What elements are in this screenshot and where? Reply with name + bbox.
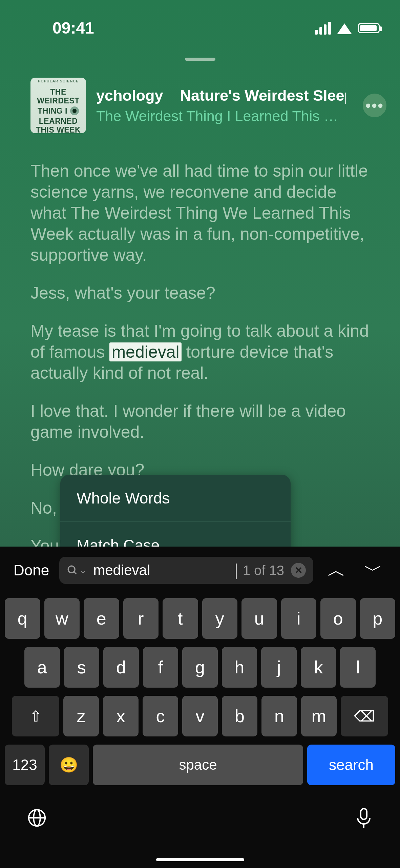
clear-icon[interactable]: ✕ xyxy=(291,563,306,578)
wifi-icon xyxy=(337,23,352,34)
option-whole-words[interactable]: Whole Words xyxy=(60,475,291,521)
more-button[interactable]: ••• xyxy=(363,94,386,117)
backspace-key[interactable]: ⌫ xyxy=(341,696,388,736)
svg-point-0 xyxy=(68,566,75,573)
transcript-line[interactable]: Jess, what's your tease? xyxy=(30,282,370,303)
status-indicators xyxy=(315,22,380,35)
mic-icon[interactable] xyxy=(355,807,373,833)
chevron-down-icon[interactable]: ⌄ xyxy=(80,566,86,575)
sheet-grabber[interactable] xyxy=(185,58,215,61)
search-field[interactable]: ⌄ medieval 1 of 13 ✕ xyxy=(59,557,313,584)
svg-rect-5 xyxy=(361,809,367,820)
emoji-key[interactable]: 😀 xyxy=(49,745,89,785)
key-o[interactable]: o xyxy=(320,598,356,639)
numbers-key[interactable]: 123 xyxy=(5,745,45,785)
key-n[interactable]: n xyxy=(261,696,297,736)
cover-tag: POPULAR SCIENCE xyxy=(38,77,79,85)
done-button[interactable]: Done xyxy=(14,562,49,579)
status-time: 09:41 xyxy=(52,19,94,37)
key-y[interactable]: y xyxy=(202,598,238,639)
key-z[interactable]: z xyxy=(63,696,99,736)
search-input[interactable]: medieval xyxy=(93,562,236,578)
key-w[interactable]: w xyxy=(44,598,80,639)
key-v[interactable]: v xyxy=(182,696,218,736)
key-p[interactable]: p xyxy=(360,598,396,639)
key-g[interactable]: g xyxy=(182,647,218,688)
cellular-icon xyxy=(315,22,331,35)
key-x[interactable]: x xyxy=(103,696,139,736)
key-f[interactable]: f xyxy=(143,647,178,688)
key-u[interactable]: u xyxy=(241,598,277,639)
transcript-line[interactable]: My tease is that I'm going to talk about… xyxy=(30,320,370,383)
key-j[interactable]: j xyxy=(261,647,297,688)
result-count: 1 of 13 xyxy=(243,563,284,578)
episode-title: ychology Nature's Weirdest Sleep E xyxy=(96,87,346,104)
show-name[interactable]: The Weirdest Thing I Learned This Wee xyxy=(96,108,346,124)
episode-titles: ychology Nature's Weirdest Sleep E The W… xyxy=(96,87,346,124)
key-h[interactable]: h xyxy=(222,647,257,688)
key-b[interactable]: b xyxy=(222,696,257,736)
home-indicator[interactable] xyxy=(156,858,244,861)
key-q[interactable]: q xyxy=(5,598,40,639)
status-bar: 09:41 xyxy=(0,0,400,37)
eye-icon xyxy=(70,106,79,115)
shift-key[interactable]: ⇧ xyxy=(12,696,59,736)
key-m[interactable]: m xyxy=(301,696,337,736)
keyboard: qwertyuiop asdfghjkl ⇧ zxcvbnm ⌫ 123 😀 s… xyxy=(0,594,400,785)
transcript-screen: 09:41 POPULAR SCIENCE THE WEIRDEST THING… xyxy=(0,0,400,547)
svg-line-1 xyxy=(74,572,76,574)
next-result[interactable]: ﹀ xyxy=(360,558,386,583)
key-s[interactable]: s xyxy=(64,647,100,688)
space-key[interactable]: space xyxy=(93,745,303,785)
key-e[interactable]: e xyxy=(84,598,119,639)
key-r[interactable]: r xyxy=(123,598,159,639)
key-t[interactable]: t xyxy=(163,598,198,639)
transcript-line[interactable]: Then once we've all had time to spin our… xyxy=(30,160,370,265)
key-d[interactable]: d xyxy=(103,647,139,688)
battery-icon xyxy=(358,23,380,33)
key-k[interactable]: k xyxy=(301,647,336,688)
key-i[interactable]: i xyxy=(281,598,317,639)
key-l[interactable]: l xyxy=(340,647,376,688)
search-key[interactable]: search xyxy=(307,745,395,785)
key-a[interactable]: a xyxy=(24,647,60,688)
transcript-line[interactable]: I love that. I wonder if there will be a… xyxy=(30,400,370,442)
episode-header: POPULAR SCIENCE THE WEIRDEST THING I LEA… xyxy=(0,61,400,133)
prev-result[interactable]: ︿ xyxy=(323,558,350,583)
podcast-cover[interactable]: POPULAR SCIENCE THE WEIRDEST THING I LEA… xyxy=(30,78,86,133)
search-highlight[interactable]: medieval xyxy=(109,342,181,361)
keyboard-toolbar xyxy=(0,793,400,833)
search-bar-row: Done ⌄ medieval 1 of 13 ✕ ︿ ﹀ xyxy=(0,547,400,594)
search-icon[interactable]: ⌄ xyxy=(67,565,86,576)
globe-icon[interactable] xyxy=(27,808,47,832)
key-c[interactable]: c xyxy=(143,696,178,736)
keyboard-panel: Done ⌄ medieval 1 of 13 ✕ ︿ ﹀ qwertyuiop… xyxy=(0,547,400,868)
